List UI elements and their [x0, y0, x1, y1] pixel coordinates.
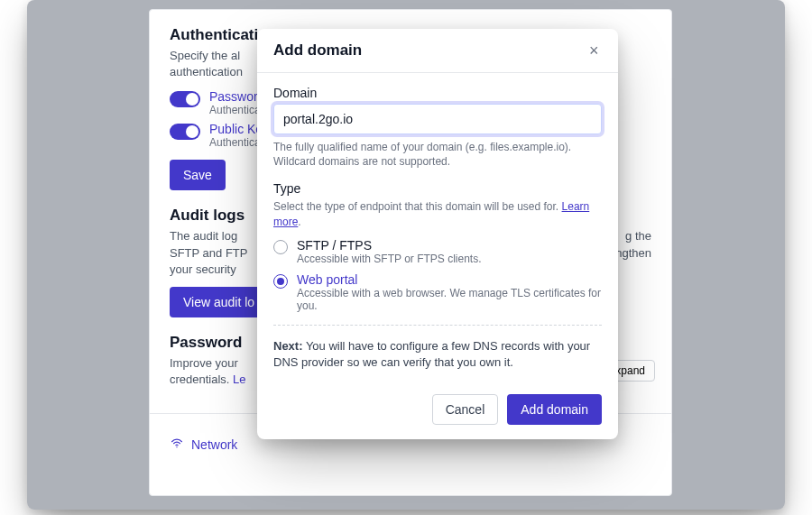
toggle-password[interactable] [170, 91, 200, 107]
modal-title: Add domain [273, 41, 362, 60]
close-icon[interactable]: × [584, 41, 602, 60]
type-label: Type [273, 181, 602, 196]
cancel-button[interactable]: Cancel [432, 394, 499, 425]
add-domain-modal: Add domain × Domain The fully qualified … [257, 29, 618, 439]
domain-label: Domain [273, 86, 602, 100]
radio-sub: Accessible with SFTP or FTPS clients. [297, 253, 482, 265]
type-desc: Select the type of endpoint that this do… [273, 199, 602, 228]
password-learn-more-link[interactable]: Le [233, 372, 245, 386]
network-icon [170, 436, 184, 453]
add-domain-button[interactable]: Add domain [507, 394, 602, 425]
radio-sub: Accessible with a web browser. We manage… [297, 287, 602, 312]
type-field: Type Select the type of endpoint that th… [273, 181, 602, 311]
next-note: Next: You will have to configure a few D… [273, 338, 602, 371]
domain-help: The fully qualified name of your domain … [273, 140, 602, 169]
radio-icon [273, 274, 288, 289]
radio-option-web-portal[interactable]: Web portal Accessible with a web browser… [273, 272, 602, 312]
svg-point-0 [176, 446, 177, 447]
domain-input[interactable] [273, 104, 602, 134]
domain-field: Domain The fully qualified name of your … [273, 86, 602, 169]
auth-item-label[interactable]: Public Ke [209, 122, 263, 136]
radio-label: SFTP / FTPS [297, 238, 482, 253]
save-button[interactable]: Save [170, 160, 226, 190]
radio-option-sftp[interactable]: SFTP / FTPS Accessible with SFTP or FTPS… [273, 238, 602, 265]
toggle-public-key[interactable] [170, 124, 200, 140]
auth-item-sub: Authentica [209, 136, 263, 149]
network-label: Network [191, 437, 237, 452]
radio-label: Web portal [297, 272, 602, 287]
view-audit-log-button[interactable]: View audit lo [170, 287, 268, 317]
radio-icon [273, 240, 288, 254]
audit-desc: The audit log SFTP and FTP your security [170, 228, 247, 278]
